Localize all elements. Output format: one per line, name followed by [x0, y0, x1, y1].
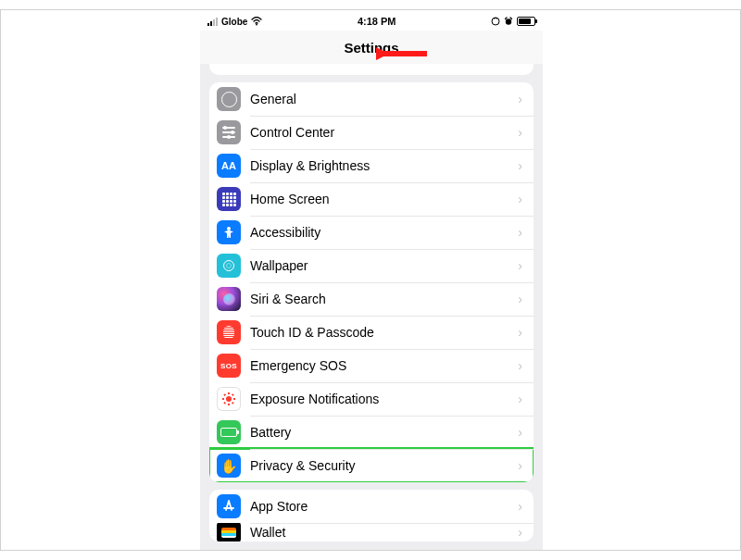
row-privacy-security[interactable]: ✋ Privacy & Security ›	[209, 449, 534, 482]
svg-point-2	[506, 19, 511, 24]
chevron-right-icon: ›	[518, 499, 522, 514]
fingerprint-icon	[217, 320, 241, 344]
exposure-icon	[217, 387, 241, 411]
chevron-right-icon: ›	[518, 358, 522, 373]
battery-row-icon	[217, 420, 241, 444]
app-store-icon	[217, 494, 241, 518]
row-battery[interactable]: Battery ›	[209, 416, 534, 449]
svg-point-1	[492, 18, 499, 25]
outer-frame: Globe 4:18 PM Settings Gener	[0, 9, 741, 551]
settings-group-main: General › Control Center › AA Display & …	[209, 82, 534, 482]
row-label: Control Center	[250, 125, 518, 140]
chevron-right-icon: ›	[518, 92, 522, 106]
chevron-right-icon: ›	[518, 425, 522, 440]
chevron-right-icon: ›	[518, 125, 522, 140]
row-label: Home Screen	[250, 192, 518, 206]
privacy-icon: ✋	[217, 454, 241, 478]
row-label: Battery	[250, 425, 518, 440]
row-label: Exposure Notifications	[250, 392, 518, 406]
row-label: Emergency SOS	[250, 358, 518, 373]
chevron-right-icon: ›	[518, 392, 522, 406]
wallpaper-icon	[217, 254, 241, 278]
row-app-store[interactable]: App Store ›	[209, 490, 534, 523]
row-label: Siri & Search	[250, 292, 518, 306]
row-label: Touch ID & Passcode	[250, 325, 518, 340]
row-label: Wallpaper	[250, 258, 518, 273]
row-wallpaper[interactable]: Wallpaper ›	[209, 249, 534, 282]
sos-icon: SOS	[217, 354, 241, 378]
alarm-icon	[504, 17, 513, 26]
chevron-right-icon: ›	[518, 292, 522, 306]
siri-icon	[217, 287, 241, 311]
row-label: Display & Brightness	[250, 158, 518, 173]
status-left: Globe	[207, 17, 262, 27]
display-icon: AA	[217, 154, 241, 178]
status-bar: Globe 4:18 PM	[200, 10, 543, 31]
chevron-right-icon: ›	[518, 458, 522, 473]
row-wallet[interactable]: Wallet ›	[209, 523, 534, 541]
settings-group-top	[209, 64, 534, 75]
row-control-center[interactable]: Control Center ›	[209, 116, 534, 149]
row-label: General	[250, 92, 518, 106]
chevron-right-icon: ›	[518, 325, 522, 340]
general-icon	[217, 87, 241, 111]
chevron-right-icon: ›	[518, 225, 522, 240]
phone-screen: Globe 4:18 PM Settings Gener	[200, 10, 543, 550]
row-display[interactable]: AA Display & Brightness ›	[209, 149, 534, 182]
orientation-lock-icon	[491, 17, 500, 26]
battery-icon	[517, 17, 535, 26]
row-label: Privacy & Security	[250, 458, 518, 473]
carrier-label: Globe	[221, 17, 247, 27]
settings-group-apps: App Store › Wallet ›	[209, 490, 534, 541]
row-label: App Store	[250, 499, 518, 514]
row-accessibility[interactable]: Accessibility ›	[209, 216, 534, 249]
signal-icon	[207, 18, 218, 26]
row-siri[interactable]: Siri & Search ›	[209, 282, 534, 316]
row-touch-id[interactable]: Touch ID & Passcode ›	[209, 316, 534, 349]
settings-scroll[interactable]: General › Control Center › AA Display & …	[200, 64, 543, 550]
chevron-right-icon: ›	[518, 192, 522, 206]
svg-point-0	[256, 24, 257, 26]
row-exposure[interactable]: Exposure Notifications ›	[209, 382, 534, 416]
row-home-screen[interactable]: Home Screen ›	[209, 182, 534, 216]
page-title: Settings	[344, 40, 398, 56]
chevron-right-icon: ›	[518, 158, 522, 173]
wallet-icon	[217, 523, 241, 541]
chevron-right-icon: ›	[518, 525, 522, 540]
clock: 4:18 PM	[358, 16, 396, 27]
home-screen-icon	[217, 187, 241, 211]
chevron-right-icon: ›	[518, 258, 522, 273]
accessibility-icon	[217, 220, 241, 244]
control-center-icon	[217, 120, 241, 144]
row-label: Accessibility	[250, 225, 518, 240]
wifi-icon	[251, 17, 262, 26]
status-right	[491, 17, 535, 26]
nav-bar: Settings	[200, 31, 543, 65]
row-general[interactable]: General ›	[209, 82, 534, 116]
row-label: Wallet	[250, 525, 518, 540]
row-emergency-sos[interactable]: SOS Emergency SOS ›	[209, 349, 534, 382]
